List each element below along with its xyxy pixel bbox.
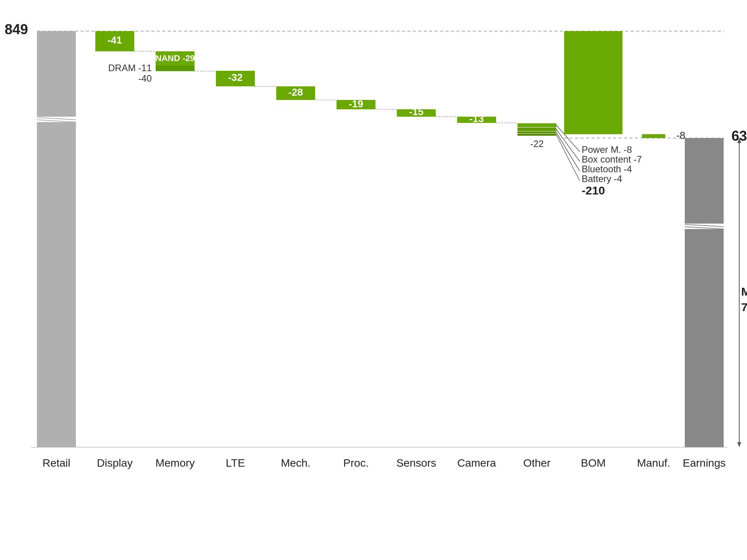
other-power-bar — [517, 123, 556, 127]
axis-proc: Proc. — [343, 457, 368, 469]
memory-total-label: -40 — [138, 73, 152, 84]
bluetooth-label: Bluetooth -4 — [582, 164, 632, 174]
sensors-bar-label: -15 — [409, 106, 424, 117]
axis-camera: Camera — [457, 457, 496, 469]
margin-percent-label: 74% — [741, 301, 747, 313]
other-total-label: -22 — [530, 138, 544, 149]
axis-lte: LTE — [226, 457, 245, 469]
manuf-bar-label: -8 — [676, 130, 685, 141]
retail-bar-top — [37, 31, 76, 117]
axis-other: Other — [523, 457, 551, 469]
earnings-bar-top — [685, 138, 724, 224]
proc-bar-label: -19 — [349, 98, 363, 110]
axis-manuf: Manuf. — [637, 457, 670, 469]
power-label: Power M. -8 — [582, 144, 632, 155]
earnings-bar-bottom — [685, 229, 724, 447]
axis-memory: Memory — [155, 457, 195, 469]
axis-retail: Retail — [42, 457, 70, 469]
other-battery-bar — [517, 134, 556, 136]
bom-bar — [564, 31, 622, 134]
manuf-bar — [642, 134, 665, 138]
display-bar-label: -41 — [107, 34, 122, 46]
lte-bar-label: -32 — [228, 72, 243, 83]
margin-label: Margin — [741, 285, 747, 298]
bom-bar-label: -210 — [582, 184, 605, 197]
axis-earnings: Earnings — [683, 457, 726, 469]
memory-nand-label: NAND -29 — [155, 53, 195, 63]
boxcontent-label: Box content -7 — [582, 154, 642, 164]
axis-mech: Mech. — [281, 457, 310, 469]
other-boxcontent-bar — [517, 128, 556, 131]
axis-sensors: Sensors — [396, 457, 437, 469]
memory-dram-bar — [156, 66, 195, 71]
axis-display: Display — [97, 457, 133, 469]
camera-bar-label: -13 — [469, 113, 484, 124]
memory-dram-label: DRAM -11 — [108, 63, 152, 73]
other-bluetooth-bar — [517, 131, 556, 133]
chart-container: -41 NAND -29 DRAM -11 -40 -32 -28 -19 -1… — [0, 0, 747, 560]
svg-rect-0 — [0, 0, 747, 560]
retail-value-label: 849 — [5, 21, 28, 37]
axis-bom: BOM — [581, 457, 606, 469]
retail-bar-bottom — [37, 122, 76, 447]
mech-bar-label: -28 — [288, 86, 303, 98]
battery-label: Battery -4 — [582, 173, 622, 184]
